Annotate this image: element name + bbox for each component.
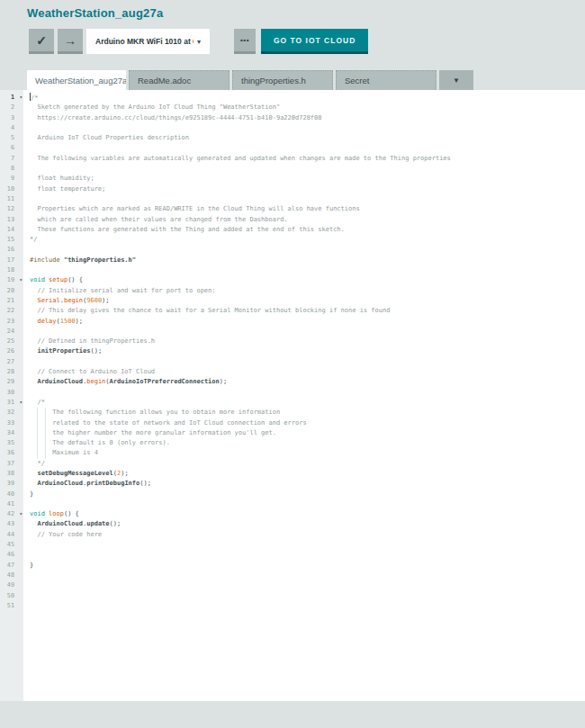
code-line[interactable]: float temperature; (30, 184, 585, 194)
code-line[interactable]: float humidity; (30, 174, 585, 184)
code-line[interactable]: void loop() { (30, 509, 585, 519)
code-line[interactable] (30, 265, 585, 275)
code-line[interactable] (30, 164, 585, 174)
code-line[interactable]: Sketch generated by the Arduino IoT Clou… (30, 103, 585, 112)
line-number: 11 (0, 194, 23, 204)
fold-toggle-icon[interactable]: ▾ (19, 92, 22, 102)
code-token: ArduinoCloud (37, 520, 83, 527)
code-line[interactable]: Properties which are marked as READ/WRIT… (30, 204, 585, 214)
code-line[interactable] (30, 327, 585, 337)
chevron-down-icon: ▾ (197, 38, 201, 46)
code-line[interactable]: /* (30, 398, 585, 408)
code-token: related to the state of network and IoT … (30, 419, 307, 427)
fold-toggle-icon[interactable]: ▾ (19, 274, 22, 284)
code-line[interactable]: } (30, 490, 585, 499)
line-number: 38 (0, 469, 23, 479)
code-line[interactable] (30, 123, 585, 133)
code-area[interactable]: /* Sketch generated by the Arduino IoT C… (23, 90, 585, 701)
code-line[interactable]: // Initialize serial and wait for port t… (30, 286, 585, 296)
more-options-button[interactable]: ••• (234, 29, 256, 54)
line-number: 49 (0, 580, 23, 590)
code-line[interactable]: Maximum is 4 (30, 448, 585, 458)
code-line[interactable]: Serial.begin(9600); (30, 296, 585, 306)
go-to-iot-cloud-button[interactable]: GO TO IOT CLOUD (261, 29, 368, 54)
line-number: 5 (0, 133, 23, 143)
board-selector-value: Arduino MKR WiFi 1010 at C... (95, 37, 194, 46)
line-number: 3 (0, 113, 23, 123)
tab-thingproperties[interactable]: thingProperties.h (232, 70, 333, 90)
code-token: (); (140, 480, 151, 487)
code-line[interactable]: */ (30, 235, 585, 245)
line-number: 2 (0, 103, 23, 112)
code-line[interactable]: The following function allows you to obt… (30, 408, 585, 418)
code-line[interactable]: https://create.arduino.cc/cloud/things/e… (30, 113, 585, 123)
line-number: 13 (0, 215, 23, 225)
tab-readme[interactable]: ReadMe.adoc (129, 70, 230, 90)
code-line[interactable]: #include "thingProperties.h" (30, 256, 585, 265)
code-line[interactable]: void setup() { (30, 275, 585, 285)
code-line[interactable] (30, 580, 585, 590)
line-number: 34 (0, 428, 23, 438)
code-line[interactable] (30, 571, 585, 580)
code-line[interactable]: // Defined in thingProperties.h (30, 337, 585, 346)
code-line[interactable]: // This delay gives the chance to wait f… (30, 306, 585, 316)
code-line[interactable]: the higher number the more granular info… (30, 428, 585, 438)
fold-toggle-icon[interactable]: ▾ (19, 397, 22, 407)
code-line[interactable]: */ (30, 459, 585, 469)
code-line[interactable]: The following variables are automaticall… (30, 154, 585, 164)
code-line[interactable] (30, 591, 585, 601)
code-token: Maximum is 4 (30, 449, 98, 456)
code-token: Serial (37, 297, 59, 304)
upload-button[interactable]: → (58, 29, 83, 54)
board-selector[interactable]: Arduino MKR WiFi 1010 at C... ▾ (86, 29, 210, 54)
code-line[interactable]: related to the state of network and IoT … (30, 418, 585, 428)
code-line[interactable] (30, 143, 585, 153)
code-line[interactable]: initProperties(); (30, 346, 585, 356)
code-token: The following function allows you to obt… (30, 409, 280, 416)
line-number: 7 (0, 154, 23, 164)
code-line[interactable] (30, 499, 585, 509)
code-line[interactable] (30, 540, 585, 550)
code-token: begin (64, 297, 83, 304)
check-icon: ✓ (36, 33, 47, 48)
code-line[interactable]: // Connect to Arduino IoT Cloud (30, 367, 585, 377)
code-line[interactable] (30, 388, 585, 398)
line-number: 8 (0, 164, 23, 174)
code-token: /* (31, 94, 38, 102)
code-token: Properties which are marked as READ/WRIT… (30, 205, 360, 212)
code-token: Sketch generated by the Arduino IoT Clou… (30, 103, 280, 111)
code-line[interactable]: ArduinoCloud.printDebugInfo(); (30, 479, 585, 489)
code-line[interactable]: These functions are generated with the T… (30, 225, 585, 235)
code-line[interactable]: setDebugMessageLevel(2); (30, 469, 585, 479)
fold-toggle-icon[interactable]: ▾ (19, 508, 22, 518)
code-line[interactable]: } (30, 561, 585, 571)
code-line[interactable] (30, 550, 585, 560)
tabs-overflow-button[interactable]: ▼ (439, 70, 473, 90)
code-line[interactable] (30, 245, 585, 255)
code-line[interactable]: // Your code here (30, 530, 585, 540)
code-line[interactable]: ArduinoCloud.begin(ArduinoIoTPreferredCo… (30, 377, 585, 387)
code-line[interactable]: delay(1500); (30, 317, 585, 327)
code-line[interactable]: ArduinoCloud.update(); (30, 519, 585, 529)
code-token: ArduinoCloud (37, 378, 83, 385)
code-token: } (30, 490, 33, 498)
code-token: ); (220, 378, 227, 385)
code-line[interactable]: which are called when their values are c… (30, 215, 585, 225)
code-token: which are called when their values are c… (30, 216, 288, 223)
code-editor[interactable]: 1▾2345678910111213141516171819▾202122232… (0, 90, 585, 701)
line-number: 36 (0, 448, 23, 458)
tab-secret[interactable]: Secret (336, 70, 436, 90)
code-line[interactable]: Arduino IoT Cloud Properties description (30, 133, 585, 143)
code-token: delay (37, 318, 56, 325)
code-line[interactable] (30, 601, 585, 611)
code-line[interactable]: /* (30, 93, 585, 103)
code-line[interactable]: The default is 0 (only errors). (30, 438, 585, 448)
code-line[interactable] (30, 357, 585, 367)
tab-sketch[interactable]: WeatherStation_aug27a.ino (27, 70, 126, 90)
code-token: (); (110, 520, 122, 527)
verify-button[interactable]: ✓ (29, 29, 54, 54)
line-number: 51 (0, 601, 23, 611)
code-line[interactable] (30, 194, 585, 204)
line-number: 10 (0, 184, 23, 194)
sketch-title: WeatherStation_aug27a (27, 6, 163, 20)
